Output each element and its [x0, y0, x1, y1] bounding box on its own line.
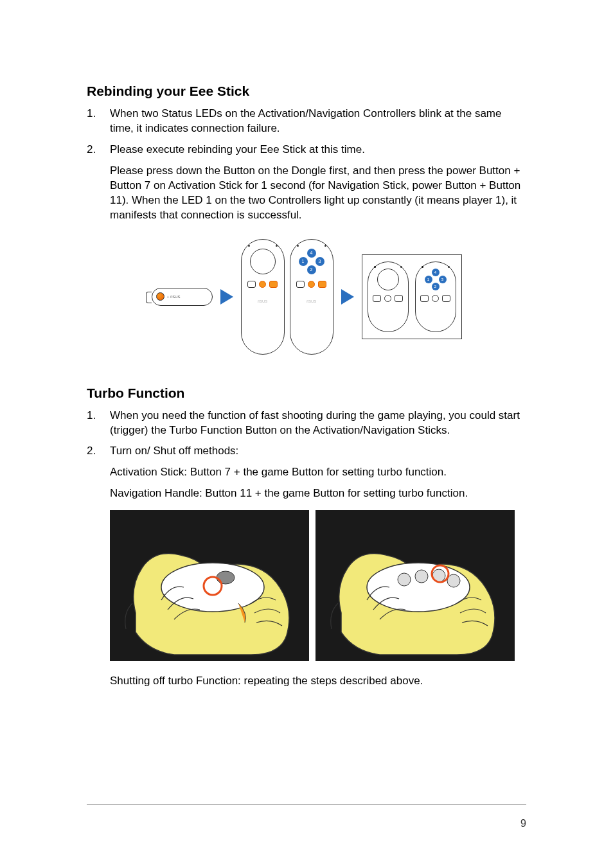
- list-item: 1. When two Status LEDs on the Activatio…: [87, 107, 526, 136]
- list-item: 2. Turn on/ Shut off methods:: [87, 444, 526, 459]
- controller-small-button: [296, 281, 305, 288]
- list-number: 2.: [87, 444, 110, 459]
- dpad-left: 1: [425, 276, 432, 283]
- controller-button-7: [269, 281, 278, 288]
- arrow-icon: [341, 289, 354, 305]
- dongle-button: [156, 292, 164, 301]
- list-text: When you need the function of fast shoot…: [110, 409, 526, 438]
- navigation-controller: 4 2 1 3 /ISUS: [290, 239, 333, 355]
- arrow-icon: [220, 289, 233, 305]
- footer-divider: [87, 804, 526, 805]
- led-dot: [448, 266, 450, 268]
- list-text: Turn on/ Shut off methods:: [110, 444, 526, 459]
- dpad-left: 1: [299, 257, 308, 266]
- controller-power-button: [432, 295, 439, 302]
- dpad-right: 3: [315, 257, 324, 266]
- controller-small-button: [420, 295, 429, 302]
- led-dot: [297, 245, 299, 247]
- list-subtext: Navigation Handle: Button 11 + the game …: [110, 486, 526, 501]
- result-box: 4 2 1 3: [362, 254, 462, 339]
- dongle-label: ○ /ISUS: [167, 295, 181, 299]
- dpad-up: 4: [307, 249, 316, 258]
- list-item: 1. When you need the function of fast sh…: [87, 409, 526, 438]
- led-dot: [248, 245, 250, 247]
- led-dot: [276, 245, 278, 247]
- brand-label: /ISUS: [306, 299, 317, 304]
- closing-text: Shutting off turbo Function: repeating t…: [110, 674, 526, 689]
- list-item: 2. Please execute rebinding your Eee Sti…: [87, 143, 526, 157]
- dpad-down: 2: [307, 265, 316, 274]
- controller-button-row: [373, 295, 403, 302]
- hand-panel-right: [315, 510, 515, 661]
- controller-dpad: 4 2 1 3: [299, 249, 324, 274]
- led-dot: [400, 266, 402, 268]
- rebinding-diagram: ○ /ISUS /ISUS 4 2 1 3 /ISUS: [87, 239, 526, 355]
- controller-power-button: [259, 281, 266, 288]
- list-number: 1.: [87, 409, 110, 438]
- section-title-rebinding: Rebinding your Eee Stick: [87, 84, 526, 99]
- list-text: Please execute rebinding your Eee Stick …: [110, 143, 526, 157]
- led-dot: [324, 245, 326, 247]
- list-subtext: Activation Stick: Button 7 + the game Bu…: [110, 465, 526, 480]
- list-number: 2.: [87, 143, 110, 157]
- list-text: When two Status LEDs on the Activation/N…: [110, 107, 526, 136]
- hand-panel-left: [110, 510, 309, 661]
- controller-small-button: [395, 295, 403, 302]
- controller-button-11: [318, 281, 326, 288]
- controller-power-button: [308, 281, 315, 288]
- controller-circle-button: [250, 249, 276, 274]
- svg-point-4: [398, 573, 411, 586]
- svg-point-7: [447, 574, 460, 587]
- activation-controller: /ISUS: [241, 239, 285, 355]
- controller-button-row: [420, 295, 450, 302]
- led-dot-active: [374, 266, 376, 268]
- dpad-right: 3: [439, 276, 447, 283]
- controller-button-row: [296, 281, 326, 288]
- controller-circle-button: [377, 269, 399, 290]
- page-number: 9: [87, 818, 526, 829]
- controller-button-row: [247, 281, 278, 288]
- list-number: 1.: [87, 107, 110, 136]
- turbo-diagram: [110, 510, 526, 661]
- dongle-illustration: ○ /ISUS: [152, 288, 213, 306]
- led-dot-active: [422, 266, 423, 268]
- svg-point-5: [415, 570, 428, 583]
- list-subtext: Please press down the Button on the Dong…: [110, 164, 526, 223]
- dpad-down: 2: [432, 283, 440, 290]
- section-title-turbo: Turbo Function: [87, 385, 526, 401]
- controller-small-button: [442, 295, 450, 302]
- controller-power-button: [384, 295, 391, 302]
- activation-controller-result: [368, 261, 409, 332]
- brand-label: /ISUS: [258, 299, 268, 304]
- controller-small-button: [247, 281, 256, 288]
- dpad-up: 4: [432, 269, 440, 276]
- page-footer: 9: [87, 804, 526, 829]
- controller-small-button: [373, 295, 381, 302]
- hand-illustration: [315, 510, 515, 661]
- controller-dpad: 4 2 1 3: [425, 269, 447, 290]
- hand-illustration: [110, 510, 309, 661]
- svg-point-1: [217, 571, 235, 584]
- navigation-controller-result: 4 2 1 3: [415, 261, 456, 332]
